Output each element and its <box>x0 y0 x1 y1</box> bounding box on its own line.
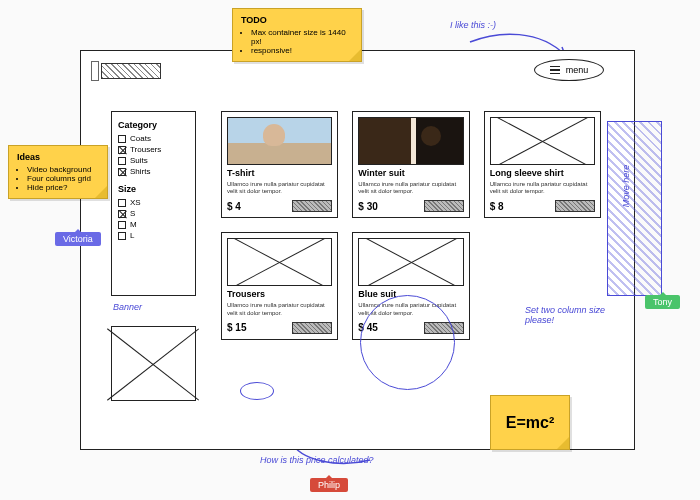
filter-option[interactable]: Trousers <box>118 145 189 154</box>
filter-option[interactable]: XS <box>118 198 189 207</box>
checkbox-icon[interactable] <box>118 232 126 240</box>
add-button[interactable] <box>292 322 332 334</box>
product-card[interactable]: T-shirt Ullamco irure nulla pariatur cup… <box>221 111 338 218</box>
product-desc: Ullamco irure nulla pariatur cupidatat v… <box>490 181 595 195</box>
product-title: Long sleeve shirt <box>490 168 595 178</box>
note-item: Video background <box>27 165 99 174</box>
add-button[interactable] <box>292 200 332 212</box>
filter-sidebar: Category Coats Trousers Suits Shirts Siz… <box>111 111 196 296</box>
note-item: responsive! <box>251 46 353 55</box>
whiteboard-frame: menu Category Coats Trousers Suits Shirt… <box>80 50 635 450</box>
margin-ruler-icon <box>91 61 99 81</box>
checkbox-icon[interactable] <box>118 199 126 207</box>
menu-label: menu <box>566 65 589 75</box>
product-title: Winter suit <box>358 168 463 178</box>
image-placeholder-icon <box>227 238 332 286</box>
product-image <box>227 117 332 165</box>
logo-placeholder <box>101 63 161 79</box>
product-title: T-shirt <box>227 168 332 178</box>
formula-text: E=mc² <box>506 414 554 432</box>
hamburger-icon <box>550 66 560 75</box>
two-column-annotation: Set two column size please! <box>525 305 620 325</box>
todo-sticky-note[interactable]: TODO Max container size is 1440 px! resp… <box>232 8 362 62</box>
checkbox-icon[interactable] <box>118 135 126 143</box>
banner-placeholder[interactable] <box>111 326 196 401</box>
filter-option[interactable]: L <box>118 231 189 240</box>
circle-annotation <box>360 295 455 390</box>
filter-option[interactable]: Shirts <box>118 167 189 176</box>
image-placeholder-icon <box>358 238 463 286</box>
product-price: $ 30 <box>358 201 377 212</box>
checkbox-icon[interactable] <box>118 168 126 176</box>
filter-option[interactable]: Coats <box>118 134 189 143</box>
ideas-sticky-note[interactable]: Ideas Video background Four columns grid… <box>8 145 108 199</box>
product-card[interactable]: Long sleeve shirt Ullamco irure nulla pa… <box>484 111 601 218</box>
formula-sticky-note[interactable]: E=mc² <box>490 395 570 450</box>
image-placeholder-icon <box>490 117 595 165</box>
product-price: $ 15 <box>227 322 246 333</box>
checkbox-icon[interactable] <box>118 210 126 218</box>
filter-option[interactable]: Suits <box>118 156 189 165</box>
product-image <box>358 117 463 165</box>
circle-annotation <box>240 382 274 400</box>
user-tag-victoria[interactable]: Victoria <box>55 232 101 246</box>
product-card[interactable]: Trousers Ullamco irure nulla pariatur cu… <box>221 232 338 339</box>
filter-option[interactable]: M <box>118 220 189 229</box>
like-annotation: I like this :-) <box>450 20 496 30</box>
price-question-annotation: How is this price calculated? <box>260 455 374 465</box>
product-desc: Ullamco irure nulla pariatur cupidatat v… <box>227 302 332 316</box>
note-title: TODO <box>241 15 353 25</box>
checkbox-icon[interactable] <box>118 146 126 154</box>
expansion-rail[interactable] <box>607 121 662 296</box>
product-desc: Ullamco irure nulla pariatur cupidatat v… <box>227 181 332 195</box>
filter-option[interactable]: S <box>118 209 189 218</box>
note-item: Max container size is 1440 px! <box>251 28 353 46</box>
note-title: Ideas <box>17 152 99 162</box>
checkbox-icon[interactable] <box>118 221 126 229</box>
user-tag-philip[interactable]: Philip <box>310 478 348 492</box>
add-button[interactable] <box>424 200 464 212</box>
banner-annotation: Banner <box>113 302 142 312</box>
product-desc: Ullamco irure nulla pariatur cupidatat v… <box>358 181 463 195</box>
user-tag-tony[interactable]: Tony <box>645 295 680 309</box>
checkbox-icon[interactable] <box>118 157 126 165</box>
category-heading: Category <box>118 120 189 130</box>
menu-button[interactable]: menu <box>534 59 604 81</box>
note-item: Hide price? <box>27 183 99 192</box>
product-price: $ 4 <box>227 201 241 212</box>
product-title: Trousers <box>227 289 332 299</box>
size-heading: Size <box>118 184 189 194</box>
product-card[interactable]: Winter suit Ullamco irure nulla pariatur… <box>352 111 469 218</box>
note-item: Four columns grid <box>27 174 99 183</box>
add-button[interactable] <box>555 200 595 212</box>
product-price: $ 8 <box>490 201 504 212</box>
move-here-annotation: Move here <box>622 165 632 208</box>
